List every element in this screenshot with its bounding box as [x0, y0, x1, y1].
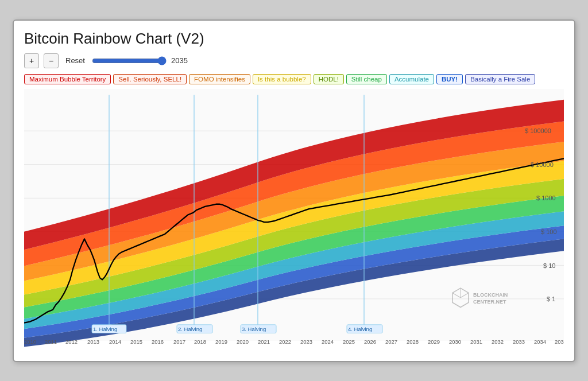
page-title: Bitcoin Rainbow Chart (V2): [24, 30, 564, 48]
legend-tag-is-this-bubble: Is this a bubble?: [253, 74, 311, 84]
reset-button[interactable]: Reset: [63, 55, 87, 66]
svg-text:2032: 2032: [492, 339, 504, 345]
svg-text:2033: 2033: [513, 339, 525, 345]
svg-text:2034: 2034: [534, 339, 547, 345]
toolbar: + − Reset 2035: [24, 53, 564, 68]
svg-text:$ 1: $ 1: [547, 295, 555, 302]
svg-text:2030: 2030: [449, 339, 462, 345]
legend-row: Maximum Bubble TerritorySell. Seriously,…: [24, 74, 564, 84]
legend-tag-hodl: HODL!: [314, 74, 344, 84]
svg-text:2012: 2012: [65, 339, 78, 345]
svg-text:2018: 2018: [194, 339, 206, 345]
svg-text:2031: 2031: [470, 339, 482, 345]
zoom-in-button[interactable]: +: [24, 53, 39, 68]
date-range-slider[interactable]: [92, 56, 167, 65]
svg-text:CENTER.NET: CENTER.NET: [473, 299, 506, 305]
svg-text:2010: 2010: [24, 339, 37, 345]
svg-text:1. Halving: 1. Halving: [93, 326, 117, 332]
legend-tag-fomo-intensifies: FOMO intensifies: [189, 74, 250, 84]
zoom-out-button[interactable]: −: [44, 53, 59, 68]
svg-text:$ 100: $ 100: [541, 228, 557, 235]
legend-tag-sell-seriously: Sell. Seriously, SELL!: [113, 74, 187, 84]
svg-text:2027: 2027: [385, 339, 397, 345]
svg-text:2020: 2020: [237, 339, 249, 345]
svg-text:2035: 2035: [555, 339, 564, 345]
svg-text:2028: 2028: [407, 339, 419, 345]
svg-text:2019: 2019: [215, 339, 227, 345]
svg-text:2023: 2023: [300, 339, 312, 345]
svg-text:4. Halving: 4. Halving: [348, 326, 372, 332]
svg-text:2029: 2029: [428, 339, 440, 345]
chart-area: $ 1 $ 10 $ 100 $ 1000 $ 10000 $ 100000 2…: [24, 89, 564, 353]
svg-text:$ 10: $ 10: [543, 262, 555, 269]
svg-text:BLOCKCHAIN: BLOCKCHAIN: [473, 291, 508, 297]
svg-text:2015: 2015: [130, 339, 142, 345]
svg-text:2021: 2021: [258, 339, 270, 345]
svg-text:2025: 2025: [343, 339, 355, 345]
svg-text:3. Halving: 3. Halving: [242, 326, 266, 332]
svg-text:2011: 2011: [45, 339, 57, 345]
rainbow-chart-svg: $ 1 $ 10 $ 100 $ 1000 $ 10000 $ 100000 2…: [24, 89, 564, 353]
svg-text:2016: 2016: [152, 339, 164, 345]
legend-tag-accumulate: Accumulate: [389, 74, 434, 84]
svg-text:$ 1000: $ 1000: [536, 195, 556, 201]
legend-tag-fire-sale: Basically a Fire Sale: [465, 74, 535, 84]
svg-text:2013: 2013: [87, 339, 99, 345]
svg-text:2017: 2017: [173, 339, 185, 345]
chart-card: Bitcoin Rainbow Chart (V2) + − Reset 203…: [13, 20, 575, 362]
svg-text:2014: 2014: [109, 339, 122, 345]
legend-tag-buy: BUY!: [436, 74, 463, 84]
svg-text:2024: 2024: [322, 339, 334, 345]
svg-text:2. Halving: 2. Halving: [178, 326, 202, 332]
legend-tag-still-cheap: Still cheap: [346, 74, 387, 84]
legend-tag-maximum-bubble: Maximum Bubble Territory: [24, 74, 111, 84]
svg-text:2026: 2026: [364, 339, 376, 345]
svg-text:2022: 2022: [279, 339, 291, 345]
svg-text:$ 100000: $ 100000: [525, 127, 551, 134]
range-year-label: 2035: [171, 56, 188, 65]
svg-text:$ 10000: $ 10000: [531, 161, 554, 168]
